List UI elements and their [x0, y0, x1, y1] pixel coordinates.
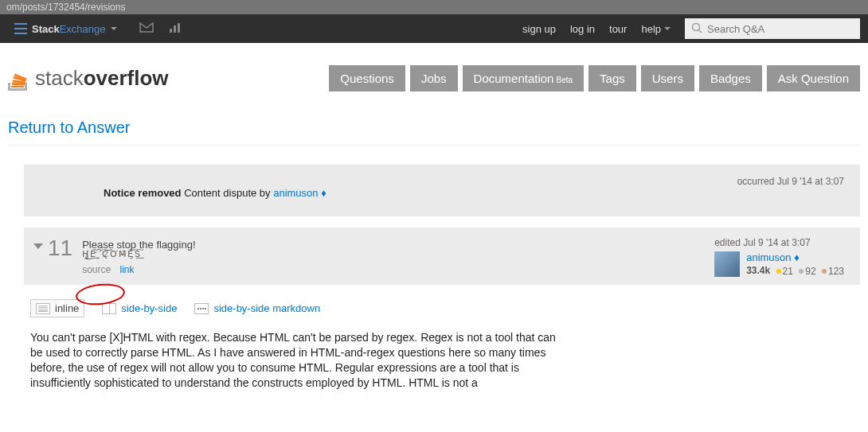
divider — [8, 145, 860, 146]
tab-documentation[interactable]: DocumentationBeta — [463, 65, 584, 91]
reputation-line: 33.4k 21 92 123 — [746, 265, 844, 277]
mode-inline[interactable]: inline — [30, 299, 84, 317]
gold-badge-icon — [776, 269, 781, 274]
moderator-diamond-icon: ♦ — [794, 251, 800, 263]
side-by-side-icon — [102, 303, 116, 314]
logo-text-light: stack — [35, 66, 84, 90]
avatar[interactable] — [714, 251, 740, 277]
edited-timestamp: edited Jul 9 '14 at 3:07 — [714, 237, 844, 248]
silver-badge-icon — [799, 269, 803, 274]
url-bar: om/posts/1732454/revisions — [0, 0, 868, 14]
mode-inline-label: inline — [55, 302, 79, 314]
inbox-icon[interactable] — [139, 22, 154, 36]
notice-rest: Content dispute by — [182, 187, 274, 199]
expand-arrow-icon[interactable] — [33, 243, 43, 249]
stackexchange-dropdown[interactable]: StackExchange — [8, 23, 123, 35]
mode-side-by-side[interactable]: side-by-side — [102, 302, 177, 314]
tab-tags[interactable]: Tags — [588, 65, 636, 91]
notice-user-link[interactable]: animuson — [273, 187, 318, 199]
mode-side-by-side-markdown[interactable]: side-by-side markdown — [194, 302, 320, 314]
mode-sbs-md-label: side-by-side markdown — [213, 302, 320, 314]
mode-sbs-label: side-by-side — [121, 302, 177, 314]
source-link[interactable]: source — [82, 264, 111, 275]
svg-rect-2 — [178, 23, 180, 33]
help-dropdown[interactable]: help — [641, 23, 671, 35]
permalink-link[interactable]: link — [120, 264, 135, 275]
hamburger-icon — [14, 23, 27, 34]
achievements-icon[interactable] — [168, 22, 182, 36]
signup-link[interactable]: sign up — [522, 23, 556, 35]
svg-rect-1 — [174, 25, 176, 33]
search-input[interactable] — [685, 18, 860, 39]
diff-view-modes: inline side-by-side side-by-side markdow… — [30, 299, 860, 317]
bronze-count: 123 — [828, 266, 844, 277]
chevron-down-icon — [111, 27, 117, 30]
beta-badge: Beta — [556, 76, 573, 84]
gold-count: 21 — [783, 266, 793, 277]
notice-line: Notice removed Content dispute by animus… — [40, 176, 844, 205]
notice-strong: Notice removed — [104, 187, 182, 199]
inline-icon — [36, 303, 50, 314]
tab-badges[interactable]: Badges — [699, 65, 762, 91]
rep-value: 33.4k — [746, 265, 770, 276]
search-wrap — [685, 18, 860, 39]
return-to-answer-link[interactable]: Return to Answer — [8, 104, 860, 145]
logo-text-bold: overflow — [84, 66, 169, 90]
occurred-timestamp: occurred Jul 9 '14 at 3:07 — [737, 176, 844, 187]
tour-link[interactable]: tour — [609, 23, 627, 35]
moderator-diamond-icon: ♦ — [321, 187, 326, 199]
tab-jobs[interactable]: Jobs — [410, 65, 458, 91]
side-by-side-markdown-icon — [194, 303, 209, 314]
user-card: animuson ♦ 33.4k 21 92 123 — [714, 251, 844, 277]
tab-ask-question[interactable]: Ask Question — [767, 65, 860, 91]
network-name: StackExchange — [32, 23, 106, 35]
stackoverflow-icon — [8, 67, 30, 91]
svg-rect-0 — [170, 29, 172, 33]
revision-number: 11 — [48, 237, 72, 259]
revision-block: 11 Please stop the flagging! H̵̡̢͘͜E̛̛͟͠… — [24, 228, 860, 285]
login-link[interactable]: log in — [570, 23, 595, 35]
tab-questions[interactable]: Questions — [329, 65, 405, 91]
network-topbar: StackExchange sign up log in tour help — [0, 14, 868, 43]
silver-count: 92 — [805, 266, 815, 277]
bronze-badge-icon — [822, 269, 827, 274]
editor-user-link[interactable]: animuson — [746, 251, 791, 263]
nav-tabs: Questions Jobs DocumentationBeta Tags Us… — [329, 65, 860, 91]
chevron-down-icon — [664, 27, 671, 30]
tab-doc-label: Documentation — [474, 72, 554, 85]
notice-block: occurred Jul 9 '14 at 3:07 Notice remove… — [24, 165, 860, 216]
help-label: help — [641, 23, 661, 35]
post-body: You can't parse [X]HTML with regex. Beca… — [30, 330, 556, 391]
revision-comment: Please stop the flagging! — [82, 239, 195, 251]
tab-users[interactable]: Users — [641, 65, 694, 91]
site-logo[interactable]: stackoverflow — [8, 66, 169, 91]
site-header: stackoverflow Questions Jobs Documentati… — [8, 43, 860, 104]
